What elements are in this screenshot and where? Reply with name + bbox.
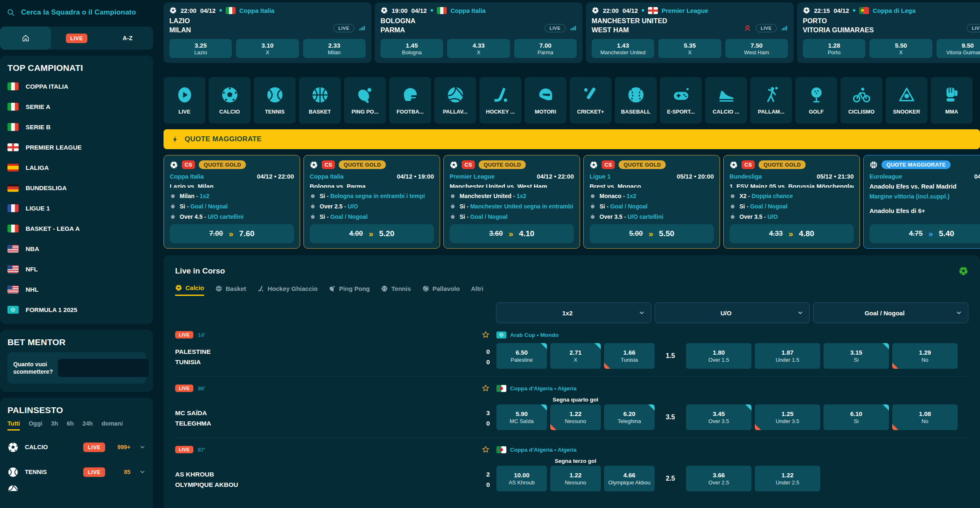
match-card-porto-vitoria[interactable]: 22:15 04/12 Coppa di Lega PORTOVITORIA G… bbox=[797, 2, 980, 63]
match-card-manutd-westham[interactable]: 22:00 04/12 Premier League MANCHESTER UN… bbox=[586, 2, 794, 63]
sidebar-item-bundesliga[interactable]: BUNDESLIGA bbox=[7, 178, 146, 198]
odd-button-nogoal[interactable]: 1.29No bbox=[892, 343, 958, 369]
odd-button-away[interactable]: 6.20Teleghma bbox=[604, 404, 655, 430]
sidebar-item-coppa-italia[interactable]: COPPA ITALIA bbox=[7, 76, 146, 97]
palinsesto-tab-6h[interactable]: 6h bbox=[67, 420, 74, 431]
live-tab-ping-pong[interactable]: Ping Pong bbox=[329, 284, 370, 296]
odd-button-home[interactable]: 1.45Bologna bbox=[380, 39, 443, 58]
sport-tile-tennis[interactable]: TENNIS bbox=[254, 77, 296, 123]
odd-button-home[interactable]: 6.50Palestine bbox=[496, 343, 547, 369]
promo-card-brest-monaco[interactable]: CSQUOTE GOLD Ligue 105/12 • 20:00 Brest … bbox=[583, 155, 720, 249]
boosted-odds-button[interactable]: 4.75»5.40 bbox=[869, 224, 980, 243]
palinsesto-tab-tutti[interactable]: Tutti bbox=[7, 420, 20, 431]
odd-button-none[interactable]: 1.22Nessuno bbox=[550, 466, 601, 491]
sport-tile-football-americano[interactable]: FOOTBA... bbox=[389, 77, 431, 123]
odd-button-home[interactable]: 3.25Lazio bbox=[169, 39, 232, 58]
promo-card-lazio-milan[interactable]: CSQUOTE GOLD Coppa Italia04/12 • 22:00 L… bbox=[164, 155, 300, 249]
odd-button-none[interactable]: 1.22Nessuno bbox=[550, 404, 601, 430]
boosted-odds-button[interactable]: 4.00»5.20 bbox=[310, 224, 434, 243]
odd-button-away[interactable]: 1.66Tunisia bbox=[604, 343, 655, 369]
palinsesto-row-tennis[interactable]: TENNIS LIVE 85 bbox=[7, 460, 146, 484]
promo-card-bologna-parma[interactable]: CSQUOTE GOLD Coppa Italia04/12 • 19:00 B… bbox=[303, 155, 440, 249]
live-match-row-palestine-tunisia[interactable]: LIVE 14' PALESTINETUNISIA 00 Arab Cup • … bbox=[175, 323, 968, 376]
odd-button-draw[interactable]: 5.50X bbox=[869, 39, 932, 58]
odd-button-home[interactable]: 1.28Porto bbox=[803, 39, 865, 58]
live-match-row-askhroub-akbou[interactable]: LIVE 87' AS KHROUBOLYMPIQUE AKBOU 20 Cop… bbox=[175, 438, 968, 499]
sport-tile-golf[interactable]: GOLF bbox=[795, 77, 837, 123]
sport-tile-ciclismo[interactable]: CICLISMO bbox=[840, 77, 882, 123]
boosted-odds-button[interactable]: 7.00»7.60 bbox=[170, 224, 294, 243]
sidebar-item-nba[interactable]: NBA bbox=[7, 239, 146, 259]
palinsesto-tab-domani[interactable]: domani bbox=[101, 420, 123, 431]
live-tab-basket[interactable]: Basket bbox=[215, 284, 246, 296]
live-tab-hockey-ghiaccio[interactable]: Hockey Ghiaccio bbox=[257, 284, 318, 296]
favorite-star-icon[interactable] bbox=[482, 384, 490, 392]
sport-tile-esport[interactable]: E-SPORT... bbox=[660, 77, 702, 123]
odd-button-draw[interactable]: 2.71X bbox=[550, 343, 601, 369]
palinsesto-tab-3h[interactable]: 3h bbox=[51, 420, 58, 431]
odd-button-away[interactable]: 4.66Olympique Akbou bbox=[604, 466, 655, 491]
odd-button-draw[interactable]: 5.35X bbox=[658, 39, 721, 58]
sport-tile-baseball[interactable]: BASEBALL bbox=[615, 77, 657, 123]
favorite-star-icon[interactable] bbox=[482, 445, 490, 454]
boosted-odds-button[interactable]: 5.00»5.50 bbox=[590, 224, 714, 243]
promo-card-efes-realmadrid[interactable]: QUOTE MAGGIORATE Euroleague04/12 • Anado… bbox=[863, 155, 980, 249]
sport-tile-hockey[interactable]: HOCKEY ... bbox=[479, 77, 521, 123]
sport-tile-calcio[interactable]: CALCIO bbox=[209, 77, 250, 123]
sidebar-item-premier-league[interactable]: PREMIER LEAGUE bbox=[7, 137, 146, 157]
boosted-odds-button[interactable]: 4.33»4.80 bbox=[730, 224, 854, 243]
odd-button-draw[interactable]: 4.33X bbox=[447, 39, 510, 58]
odd-button-under[interactable]: 1.87Under 1.5 bbox=[755, 343, 820, 369]
live-tab-pallavolo[interactable]: Pallavolo bbox=[422, 284, 460, 296]
sport-tile-pallavolo[interactable]: PALLAV... bbox=[434, 77, 476, 123]
sidebar-item-basket-lega-a[interactable]: BASKET - LEGA A bbox=[7, 218, 146, 239]
favorite-star-icon[interactable] bbox=[482, 331, 490, 339]
search-input[interactable]: Cerca la Squadra o il Campionato bbox=[0, 4, 153, 21]
live-match-row-mcsaida-teleghma[interactable]: LIVE 86' MC SAÏDATELEGHMA 30 Coppa d'Alg… bbox=[175, 376, 968, 438]
sidebar-item-nfl[interactable]: NFL bbox=[7, 259, 146, 279]
odd-button-goal[interactable]: 6.10Si bbox=[823, 404, 889, 430]
palinsesto-tab-oggi[interactable]: Oggi bbox=[29, 420, 42, 431]
tab-home[interactable] bbox=[0, 27, 51, 50]
odd-button-home[interactable]: 10.00AS Khroub bbox=[496, 466, 547, 491]
sport-tile-live[interactable]: LIVE bbox=[164, 77, 205, 123]
sport-tile-mma[interactable]: MMA bbox=[931, 77, 973, 123]
live-tab-altri[interactable]: Altri bbox=[471, 284, 483, 296]
sidebar-item-formula-1[interactable]: FORMULA 1 2025 bbox=[7, 300, 146, 320]
quote-maggiorate-banner[interactable]: QUOTE MAGGIORATE bbox=[164, 129, 980, 149]
dropdown-goal-nogoal[interactable]: Goal / Nogoal bbox=[813, 302, 968, 323]
odd-button-over[interactable]: 3.66Over 2.5 bbox=[686, 466, 751, 491]
match-card-lazio-milan[interactable]: 22:00 04/12 Coppa Italia LAZIOMILAN LIVE… bbox=[164, 2, 371, 63]
odd-button-under[interactable]: 1.22Under 2.5 bbox=[755, 466, 820, 491]
palinsesto-tab-24h[interactable]: 24h bbox=[82, 420, 93, 431]
odd-button-over[interactable]: 1.80Over 1.5 bbox=[686, 343, 751, 369]
odd-button-home[interactable]: 5.90MC Saïda bbox=[496, 404, 547, 430]
promo-card-mainz-gladbach[interactable]: CSQUOTE GOLD Bundesliga05/12 • 21:30 1. … bbox=[723, 155, 860, 249]
odd-button-home[interactable]: 1.43Manchester United bbox=[592, 39, 654, 58]
sport-tile-basket[interactable]: BASKET bbox=[299, 77, 341, 123]
dropdown-uo[interactable]: U/O bbox=[655, 302, 810, 323]
sidebar-item-nhl[interactable]: NHL bbox=[7, 279, 146, 300]
live-tab-calcio[interactable]: Calcio bbox=[175, 284, 204, 296]
chevron-down-icon[interactable] bbox=[139, 444, 146, 450]
sidebar-item-ligue-1[interactable]: LIGUE 1 bbox=[7, 198, 146, 218]
boosted-odds-button[interactable]: 3.60»4.10 bbox=[450, 224, 574, 243]
odd-button-goal[interactable]: 3.15Si bbox=[823, 343, 889, 369]
odd-button-away[interactable]: 9.50Vitoria Guimaraes bbox=[937, 39, 980, 58]
promo-card-manutd-westham[interactable]: CSQUOTE GOLD Premier League04/12 • 22:00… bbox=[443, 155, 580, 249]
sport-tile-ping-pong[interactable]: PING PO... bbox=[344, 77, 386, 123]
tab-az[interactable]: A-Z bbox=[102, 27, 153, 50]
match-card-bologna-parma[interactable]: 19:00 04/12 Coppa Italia BOLOGNAPARMA LI… bbox=[375, 2, 583, 63]
odd-button-away[interactable]: 7.50West Ham bbox=[725, 39, 788, 58]
sidebar-item-serie-b[interactable]: SERIE B bbox=[7, 117, 146, 137]
bet-amount-input[interactable] bbox=[58, 359, 149, 377]
odd-button-away[interactable]: 7.00Parma bbox=[514, 39, 577, 58]
dropdown-1x2[interactable]: 1x2 bbox=[496, 302, 651, 323]
sport-tile-calcio-scarpe[interactable]: CALCIO ... bbox=[705, 77, 747, 123]
palinsesto-row-calcio[interactable]: CALCIO LIVE 999+ bbox=[7, 435, 146, 460]
sport-tile-pallamano[interactable]: PALLAM... bbox=[750, 77, 792, 123]
sport-tile-cricket[interactable]: CRICKET+ bbox=[570, 77, 612, 123]
odd-button-over[interactable]: 3.45Over 3.5 bbox=[686, 404, 751, 430]
sidebar-item-serie-a[interactable]: SERIE A bbox=[7, 97, 146, 117]
tab-live[interactable]: LIVE bbox=[51, 27, 102, 50]
